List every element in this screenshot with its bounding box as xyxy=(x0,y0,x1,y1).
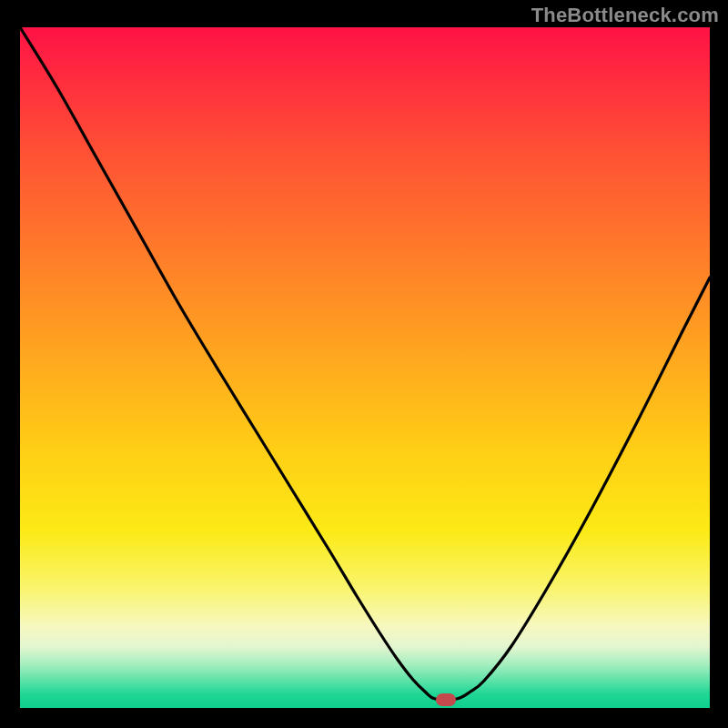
plot-area xyxy=(20,27,710,708)
optimal-point-marker xyxy=(436,693,456,706)
bottleneck-curve-path xyxy=(20,27,710,700)
bottleneck-curve xyxy=(20,27,710,708)
watermark-text: TheBottleneck.com xyxy=(531,4,719,27)
chart-frame: TheBottleneck.com xyxy=(0,0,728,728)
